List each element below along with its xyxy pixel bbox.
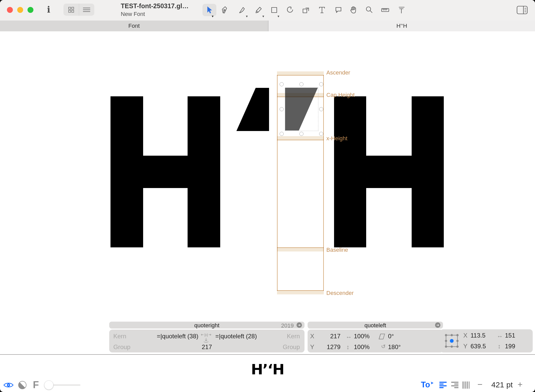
knife-icon: [237, 5, 247, 15]
quoteright-jump-button[interactable]: ➔: [297, 322, 302, 328]
skew-value[interactable]: 0°: [388, 333, 394, 340]
text-T-icon: [317, 5, 327, 15]
cursor-icon: [205, 5, 214, 15]
glyph-H-left: [188, 96, 220, 247]
transform-handle-middle-left[interactable]: [280, 107, 284, 111]
tab-edit-view[interactable]: H’‘H: [269, 21, 535, 31]
transform-handle-bottom-center[interactable]: [299, 132, 303, 136]
ascender-line: [277, 75, 324, 76]
glyph-H-right: [412, 96, 444, 247]
y-value[interactable]: 1279: [322, 343, 340, 351]
group-value[interactable]: 217: [197, 343, 217, 351]
group-label-right: Group: [283, 343, 300, 351]
window-title: TEST-font-250317.gl…: [121, 2, 189, 10]
y-scale-value[interactable]: 100%: [354, 343, 370, 351]
vertical-layout-button[interactable]: [462, 381, 470, 390]
rotation-value[interactable]: 180°: [388, 343, 401, 351]
text-pin-icon: [397, 5, 406, 15]
dropdown-icon: ▾: [246, 14, 248, 18]
baseline-zone: [277, 248, 324, 251]
align-left-button[interactable]: [439, 381, 447, 390]
zoom-in-button[interactable]: +: [518, 379, 523, 389]
sidebar-toggle-icon: [516, 5, 528, 15]
pen-tool[interactable]: [218, 4, 232, 16]
plus-icon: +: [518, 379, 523, 389]
annotation-tool[interactable]: [331, 4, 345, 16]
transform-handle-bottom-left[interactable]: [280, 132, 284, 136]
ascender-label: Ascender: [326, 69, 350, 76]
glyph-right-sidebearing-line[interactable]: [323, 75, 324, 291]
rotate-tool[interactable]: [283, 4, 297, 16]
flipped-preview-button[interactable]: F: [33, 379, 39, 390]
quoteleft-panel-header[interactable]: quoteleft ➔: [308, 322, 443, 329]
baseline-line: [277, 247, 324, 248]
close-button[interactable]: [7, 7, 13, 13]
sidebar-toggle-button[interactable]: [515, 4, 529, 16]
primitives-tool[interactable]: ▾: [267, 4, 281, 16]
preview-size-slider-knob[interactable]: [44, 380, 53, 390]
font-info-button[interactable]: i: [47, 5, 50, 15]
hand-tool[interactable]: [347, 4, 361, 16]
pencil-tool[interactable]: ▾: [252, 4, 265, 16]
eye-icon: [3, 381, 14, 389]
magnifier-icon: [365, 5, 374, 15]
minus-icon: −: [477, 379, 483, 389]
preview-size-slider-track[interactable]: [49, 384, 80, 386]
text-tool[interactable]: [315, 4, 329, 16]
quoteleft-jump-button[interactable]: ➔: [435, 322, 440, 328]
list-view-button[interactable]: [79, 4, 95, 16]
selection-info-panel: X 113.5 ↔ 151 Y 639.5 ↕ 199: [440, 329, 533, 352]
tab-font[interactable]: Font: [0, 21, 268, 31]
minimize-button[interactable]: [17, 7, 23, 13]
hand-icon: [349, 5, 358, 15]
selection-y-value[interactable]: 639.5: [471, 343, 486, 350]
tab-edit-view-label: H’‘H: [396, 23, 407, 29]
selection-height-value[interactable]: 199: [505, 343, 515, 350]
x-value[interactable]: 217: [322, 333, 340, 340]
text-pin-tool[interactable]: [395, 4, 409, 16]
knife-tool[interactable]: ▾: [235, 4, 249, 16]
select-tool[interactable]: ▾: [202, 4, 216, 16]
ruler-icon: [381, 5, 390, 15]
ascender-zone: [277, 71, 324, 75]
measure-tool[interactable]: [378, 4, 392, 16]
horizontal-arrow-icon: ↔: [346, 333, 352, 340]
transform-handle-middle-right[interactable]: [319, 107, 323, 111]
pen-nib-icon: [220, 5, 229, 15]
rectangle-icon: [270, 5, 279, 15]
x-scale-value[interactable]: 100%: [354, 333, 370, 340]
edit-canvas[interactable]: Ascender Cap Height x-Height Baseline De…: [0, 31, 535, 354]
kern-value-left[interactable]: =|quoteleft (38): [144, 333, 198, 340]
title-bar: i TEST-font-250317.gl… New Font ▾: [0, 0, 535, 21]
glyph-left-sidebearing-line[interactable]: [277, 75, 278, 291]
align-right-button[interactable]: [451, 381, 459, 390]
transform-handle-top-left[interactable]: [280, 82, 284, 86]
quoteright-panel-header[interactable]: quoteright 2019 ➔: [109, 322, 305, 329]
list-icon: [83, 7, 90, 12]
black-white-preview-button[interactable]: [18, 381, 26, 389]
preview-toggle-button[interactable]: [3, 381, 14, 390]
height-arrow-icon: ↕: [498, 343, 501, 350]
transform-handle-bottom-right[interactable]: [319, 132, 323, 136]
skew-icon: [379, 333, 385, 340]
spacing-mode-button[interactable]: To➤: [421, 380, 433, 389]
transform-handle-top-right[interactable]: [319, 82, 323, 86]
zoom-window-button[interactable]: [27, 7, 33, 13]
selection-x-label: X: [463, 332, 467, 339]
selection-x-value[interactable]: 113.5: [471, 332, 485, 339]
zoom-level-value[interactable]: 421 pt: [491, 380, 513, 389]
scale-tool[interactable]: [299, 4, 313, 16]
zoom-out-button[interactable]: −: [477, 379, 483, 389]
transform-handle-top-center[interactable]: [299, 82, 303, 86]
kern-value-right[interactable]: =|quoteleft (28): [215, 333, 257, 340]
grid-view-button[interactable]: [63, 4, 79, 16]
group-label-left: Group: [113, 343, 131, 351]
descender-zone: [277, 291, 324, 294]
selection-width-value[interactable]: 151: [505, 332, 515, 339]
zoom-tool[interactable]: [362, 4, 376, 16]
arrow-right-icon: ➔: [298, 323, 301, 327]
width-arrow-icon: ↔: [497, 332, 503, 339]
descender-line: [277, 290, 324, 291]
quoteright-unicode-value: 2019: [281, 322, 294, 329]
dropdown-icon: ▾: [278, 14, 279, 18]
